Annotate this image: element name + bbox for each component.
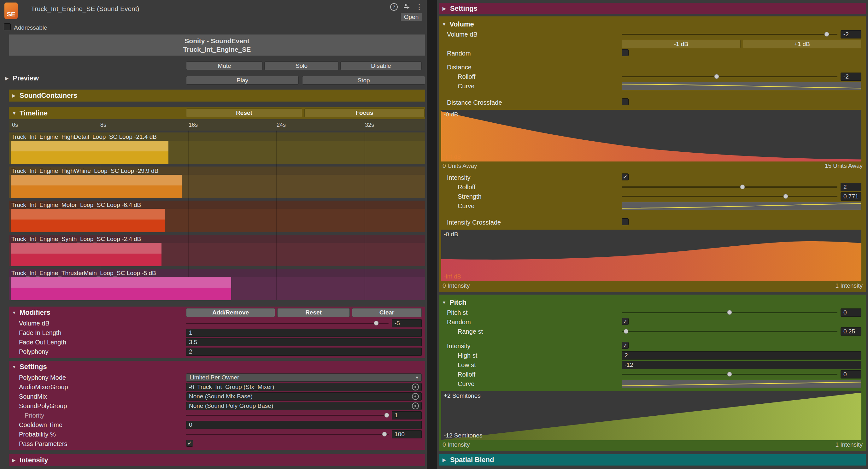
intensity-crossfade-checkbox[interactable] — [622, 218, 629, 225]
slider-handle[interactable] — [727, 372, 732, 377]
low-st-field[interactable]: -12 — [622, 361, 861, 369]
slider-track[interactable] — [622, 370, 837, 378]
slider-track[interactable] — [622, 30, 837, 38]
minus-1db-button[interactable]: -1 dB — [622, 40, 741, 48]
intensity-rolloff-slider[interactable]: 2 — [622, 183, 861, 191]
range-st-slider[interactable]: 0.25 — [622, 327, 861, 336]
sound-containers-header[interactable]: ▶ SoundContainers — [9, 90, 425, 101]
open-button[interactable]: Open — [400, 12, 422, 21]
slider-handle[interactable] — [374, 321, 379, 325]
slider-handle[interactable] — [624, 329, 628, 334]
volume-intensity-checkbox[interactable]: ✓ — [622, 174, 629, 180]
probability-slider[interactable]: 100 — [186, 430, 422, 438]
range-st-value[interactable]: 0.25 — [841, 327, 861, 336]
priority-value[interactable]: 1 — [392, 411, 422, 419]
slider-handle[interactable] — [783, 194, 788, 199]
pitch-random-checkbox[interactable]: ✓ — [622, 318, 629, 325]
volume-db-value[interactable]: -5 — [392, 319, 422, 327]
sound-poly-group-field[interactable]: None (Sound Poly Group Base) — [186, 402, 422, 410]
timeline-clip[interactable] — [11, 277, 231, 300]
timeline-track-lane[interactable] — [9, 141, 425, 164]
slider-handle[interactable] — [727, 310, 732, 315]
sound-mix-field[interactable]: None (Sound Mix Base) — [186, 393, 422, 401]
timeline-track-lane[interactable] — [9, 209, 425, 232]
pitch-curve-field[interactable] — [622, 380, 861, 388]
priority-slider[interactable]: 1 — [186, 411, 422, 419]
volume-header[interactable]: ▼ Volume — [439, 19, 866, 30]
intensity-rolloff-value[interactable]: 2 — [841, 183, 861, 191]
object-picker-icon[interactable] — [412, 393, 419, 400]
distance-rolloff-value[interactable]: -2 — [841, 72, 861, 81]
slider-track[interactable] — [622, 192, 837, 200]
fade-in-field[interactable]: 1 — [186, 329, 422, 337]
slider-track[interactable] — [186, 430, 389, 438]
timeline-track-lane[interactable] — [9, 243, 425, 266]
slider-handle[interactable] — [382, 432, 387, 437]
object-picker-icon[interactable] — [412, 383, 419, 390]
slider-track[interactable] — [186, 319, 389, 327]
pitch-st-value[interactable]: 0 — [841, 309, 861, 317]
rp-volume-db-value[interactable]: -2 — [841, 30, 861, 38]
polyphony-field[interactable]: 2 — [186, 348, 422, 356]
timeline-track-lane[interactable] — [9, 277, 425, 300]
distance-curve-field[interactable] — [622, 82, 861, 90]
pitch-st-slider[interactable]: 0 — [622, 309, 861, 317]
slider-track[interactable] — [186, 411, 389, 419]
pass-parameters-checkbox[interactable]: ✓ — [186, 440, 193, 447]
volume-random-checkbox[interactable] — [622, 49, 629, 56]
slider-handle[interactable] — [714, 74, 719, 79]
intensity-curve-field[interactable] — [622, 202, 861, 210]
solo-button[interactable]: Solo — [264, 62, 339, 70]
intensity-section-header[interactable]: ▶ Intensity — [9, 454, 425, 466]
mute-button[interactable]: Mute — [186, 62, 263, 70]
strength-slider[interactable]: 0.771 — [622, 192, 861, 200]
context-menu-icon[interactable]: ⋮ — [415, 3, 423, 11]
object-picker-icon[interactable] — [412, 402, 419, 409]
pitch-header[interactable]: ▼ Pitch — [439, 297, 866, 308]
volume-db-slider[interactable]: -5 — [186, 319, 422, 327]
settings-header-left[interactable]: ▼ Settings — [9, 361, 425, 373]
modifiers-header[interactable]: ▼ Modifiers Add/Remove Reset Clear — [9, 307, 425, 318]
timeline-track-lane[interactable] — [9, 175, 425, 198]
strength-value[interactable]: 0.771 — [841, 192, 861, 200]
slider-track[interactable] — [622, 327, 837, 336]
fade-out-field[interactable]: 3.5 — [186, 338, 422, 346]
timeline-clip[interactable] — [11, 243, 161, 266]
distance-rolloff-slider[interactable]: -2 — [622, 72, 861, 81]
modifiers-reset-button[interactable]: Reset — [277, 308, 350, 317]
cooldown-time-field[interactable]: 0 — [186, 421, 422, 429]
plus-1db-button[interactable]: +1 dB — [743, 40, 862, 48]
addressable-checkbox[interactable] — [4, 23, 11, 30]
presets-icon[interactable] — [403, 2, 410, 11]
pitch-rolloff-slider[interactable]: 0 — [622, 370, 861, 378]
slider-handle[interactable] — [740, 185, 745, 189]
rp-volume-db-slider[interactable]: -2 — [622, 30, 861, 38]
add-remove-button[interactable]: Add/Remove — [186, 308, 275, 317]
slider-track[interactable] — [622, 309, 837, 317]
distance-crossfade-checkbox[interactable] — [622, 98, 629, 105]
pitch-rolloff-value[interactable]: 0 — [841, 370, 861, 378]
slider-track[interactable] — [622, 183, 837, 191]
disable-button[interactable]: Disable — [340, 62, 422, 70]
preview-foldout[interactable]: ▶ Preview — [5, 74, 39, 82]
probability-value[interactable]: 100 — [392, 430, 422, 438]
audio-mixer-group-field[interactable]: Truck_Int_Group (Sfx_Mixer) — [186, 383, 422, 391]
stop-button[interactable]: Stop — [302, 76, 425, 85]
help-icon[interactable]: ? — [390, 3, 398, 11]
spatial-blend-header[interactable]: ▶ Spatial Blend — [439, 454, 866, 466]
timeline-header[interactable]: ▼ Timeline Reset Focus — [9, 107, 425, 119]
slider-handle[interactable] — [384, 413, 389, 417]
timeline-clip[interactable] — [11, 175, 182, 198]
high-st-field[interactable]: 2 — [622, 351, 861, 359]
timeline-clip[interactable] — [11, 209, 165, 232]
slider-handle[interactable] — [824, 32, 829, 37]
slider-track[interactable] — [622, 72, 837, 81]
timeline-clip[interactable] — [11, 141, 168, 164]
pitch-intensity-checkbox[interactable]: ✓ — [622, 342, 629, 349]
polyphony-mode-dropdown[interactable]: Limited Per Owner ▾ — [186, 373, 422, 382]
modifiers-clear-button[interactable]: Clear — [352, 308, 422, 317]
play-button[interactable]: Play — [186, 76, 299, 85]
settings-header-right[interactable]: ▶ Settings — [439, 3, 866, 14]
timeline-focus-button[interactable]: Focus — [304, 108, 425, 117]
timeline-reset-button[interactable]: Reset — [186, 108, 302, 117]
